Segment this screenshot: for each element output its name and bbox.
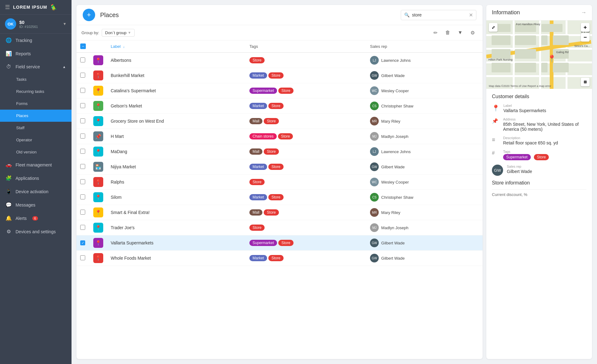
table-row[interactable]: ✓📍Vallarta SupermarketsSupermarketStoreG… [76, 235, 483, 251]
sidebar-item-recurring-tasks[interactable]: Recurring tasks [0, 85, 72, 98]
table-row[interactable]: 📍Trader Joe'sStoreMJMadlyn Joseph [76, 220, 483, 235]
table-row[interactable]: 📍Smart & Final Extra!MallStoreMRMary Ril… [76, 205, 483, 220]
row-checkbox-cell[interactable]: ✓ [76, 235, 90, 251]
rep-name: Lawrence Johns [381, 58, 411, 63]
group-by-select[interactable]: Don`t group ▼ [102, 29, 135, 37]
sidebar-item-operator[interactable]: Operator [0, 134, 72, 146]
map-layer-button[interactable]: ⊞ [581, 78, 590, 86]
row-tags-cell: SupermarketStore [246, 235, 366, 251]
sidebar-item-tracking[interactable]: 🌐Tracking [0, 34, 72, 47]
tag-badge: Market [249, 255, 267, 261]
row-checkbox[interactable] [80, 118, 85, 123]
icon-col-header [90, 40, 107, 52]
row-checkbox[interactable] [80, 88, 85, 93]
label-col-header[interactable]: Label ↓ [107, 40, 246, 52]
row-rep-cell: CSChristopher Shaw [366, 98, 483, 114]
sidebar-item-field-service[interactable]: ⏱Field service▲ [0, 60, 72, 73]
row-checkbox[interactable] [80, 179, 85, 184]
sidebar-item-alerts[interactable]: 🔔Alerts6 [0, 212, 72, 225]
row-checkbox-cell[interactable] [76, 175, 90, 190]
map-zoom-out-button[interactable]: − [581, 33, 590, 42]
sidebar-item-applications[interactable]: 🧩Applications [0, 171, 72, 185]
main-content: + Places 🔍 ✕ Group by: Don`t group ▼ ✏ 🗑 [72, 0, 597, 364]
row-checkbox-cell[interactable] [76, 52, 90, 68]
settings-button[interactable]: ⚙ [468, 28, 478, 38]
add-place-button[interactable]: + [83, 9, 95, 21]
applications-icon: 🧩 [6, 175, 12, 181]
row-icon-cell: 📍 [90, 114, 107, 129]
table-row[interactable]: 📍Catalina's SupermarketSupermarketStoreW… [76, 83, 483, 98]
row-checkbox-cell[interactable] [76, 129, 90, 144]
row-checkbox-cell[interactable] [76, 205, 90, 220]
table-row[interactable]: 📍AlbertsonsStoreLJLawrence Johns [76, 52, 483, 68]
row-checkbox[interactable] [80, 225, 85, 230]
sidebar-item-devices-settings[interactable]: ⚙Devices and settings [0, 225, 72, 238]
row-checkbox-cell[interactable] [76, 159, 90, 175]
table-row[interactable]: 📍Grocery Store on West EndMallStoreMRMar… [76, 114, 483, 129]
row-checkbox[interactable] [80, 134, 85, 139]
search-input[interactable] [412, 12, 466, 17]
row-checkbox[interactable] [80, 149, 85, 154]
row-checkbox-cell[interactable] [76, 114, 90, 129]
sidebar-item-label-devices-settings: Devices and settings [16, 229, 56, 234]
row-checkbox[interactable] [80, 73, 85, 78]
map-attribution: Map data ©2020 Terms of Use Report a map… [489, 84, 551, 88]
map-background: 📍 Fort Hamilton Pkwy Galing Rd B & AP Si… [486, 20, 592, 89]
row-checkbox[interactable] [80, 194, 85, 199]
row-checkbox[interactable] [80, 57, 85, 62]
table-row[interactable]: 📍MaDangMallStoreLJLawrence Johns [76, 144, 483, 159]
table-row[interactable]: 📍Whole Foods MarketMarketStoreGWGilbert … [76, 251, 483, 266]
tag-badge: Mall [249, 148, 262, 155]
row-checkbox[interactable] [80, 164, 85, 169]
user-chevron-icon[interactable]: ▼ [63, 22, 67, 26]
table-body: 📍AlbertsonsStoreLJLawrence Johns📍Bunkerh… [76, 52, 483, 266]
row-checkbox[interactable] [80, 210, 85, 215]
row-checkbox-cell[interactable] [76, 144, 90, 159]
rep-avatar-small: MJ [370, 223, 379, 232]
table-row[interactable]: 📍SilomMarketStoreCSChristopher Shaw [76, 190, 483, 205]
sidebar-item-label-applications: Applications [16, 176, 39, 181]
info-close-icon[interactable]: → [581, 9, 586, 16]
sidebar-item-staff[interactable]: Staff [0, 122, 72, 134]
sidebar-logo-text: LOREM IPSUM [13, 5, 47, 10]
map-expand-button[interactable]: ⤢ [489, 23, 497, 32]
table-row[interactable]: 📍RalphsStoreWCWesley Cooper [76, 175, 483, 190]
sidebar-item-tasks[interactable]: Tasks [0, 73, 72, 85]
edit-button[interactable]: ✏ [430, 28, 440, 38]
detail-rep-row: GW Sales rep Gilbert Wade [492, 165, 586, 176]
row-checkbox-cell[interactable] [76, 190, 90, 205]
sidebar-item-fleet-management[interactable]: 🚗Fleet management [0, 158, 72, 171]
sidebar-item-reports[interactable]: 📊Reports [0, 47, 72, 60]
sidebar-item-old-version[interactable]: Old version [0, 146, 72, 158]
search-clear-icon[interactable]: ✕ [469, 12, 473, 18]
table-row[interactable]: 📍Gelson's MarketMarketStoreCSChristopher… [76, 98, 483, 114]
row-checkbox-cell[interactable] [76, 220, 90, 235]
row-checkbox-cell[interactable] [76, 251, 90, 266]
sidebar-item-label-old-version: Old version [16, 150, 37, 154]
row-checkbox[interactable] [80, 255, 85, 260]
address-detail-icon: 📌 [492, 118, 499, 124]
table-row[interactable]: 🏪Nijiya MarketMarketStoreGWGilbert Wade [76, 159, 483, 175]
map-zoom-in-button[interactable]: + [581, 23, 590, 32]
row-checked-box[interactable]: ✓ [80, 240, 85, 245]
sidebar-logo-icon: 🦜 [50, 4, 57, 11]
table-row[interactable]: 📍Bunkerhill MarketMarketStoreGWGilbert W… [76, 68, 483, 83]
table-row[interactable]: 📌H MartChain storesStoreMJMadlyn Joseph [76, 129, 483, 144]
sidebar-item-device-activation[interactable]: 📱Device activation [0, 185, 72, 198]
sidebar-item-messages[interactable]: 💬Messages [0, 198, 72, 212]
user-section[interactable]: OK $0 ID: #102561 ▼ [0, 15, 72, 34]
sidebar-item-forms[interactable]: Forms [0, 98, 72, 110]
hamburger-icon[interactable]: ☰ [5, 4, 10, 11]
row-name-cell: H Mart [107, 129, 246, 144]
tag-badge: Market [249, 164, 267, 170]
filter-button[interactable]: ▼ [455, 28, 465, 38]
row-checkbox-cell[interactable] [76, 98, 90, 114]
row-checkbox-cell[interactable] [76, 68, 90, 83]
sidebar-item-places[interactable]: Places [0, 110, 72, 122]
row-checkbox[interactable] [80, 103, 85, 108]
select-all-header[interactable]: − [76, 40, 90, 52]
row-checkbox-cell[interactable] [76, 83, 90, 98]
delete-button[interactable]: 🗑 [443, 28, 453, 38]
row-icon-cell: 📍 [90, 68, 107, 83]
sort-arrow-icon: ↓ [123, 45, 125, 48]
